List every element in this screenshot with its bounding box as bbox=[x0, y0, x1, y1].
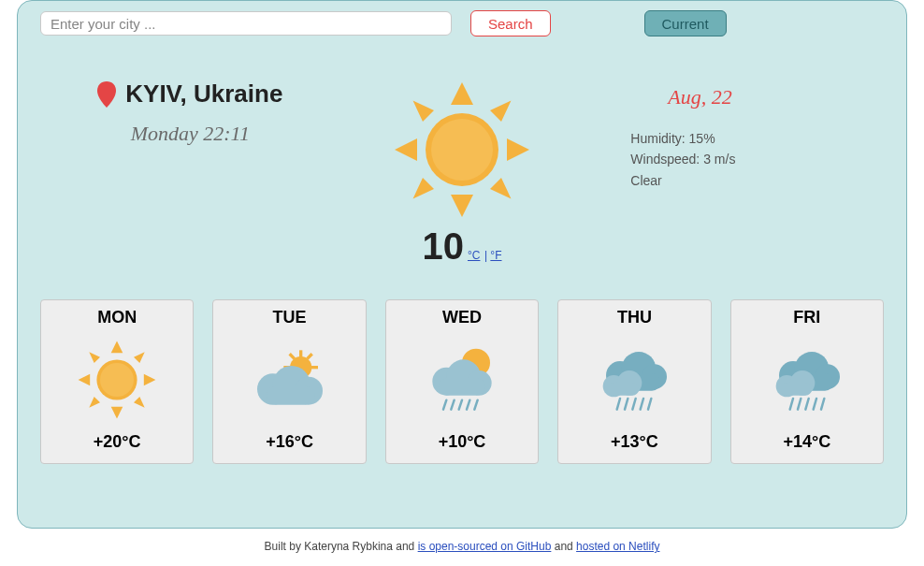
svg-line-50 bbox=[633, 399, 636, 410]
temperature-column: 10 °C | °F bbox=[322, 80, 603, 268]
sun-icon bbox=[41, 333, 193, 427]
svg-line-48 bbox=[617, 399, 620, 410]
svg-line-51 bbox=[641, 399, 643, 410]
svg-marker-0 bbox=[451, 82, 473, 105]
footer-text: Built by Kateryna Rybkina and bbox=[265, 540, 418, 553]
location-column: KYIV, Ukraine Monday 22:11 bbox=[40, 80, 322, 146]
svg-line-49 bbox=[625, 399, 628, 410]
svg-rect-21 bbox=[299, 350, 302, 357]
svg-rect-47 bbox=[608, 383, 639, 395]
svg-marker-14 bbox=[89, 352, 100, 363]
unit-celsius-link[interactable]: °C bbox=[468, 249, 480, 262]
forecast-day: WED +10°C bbox=[385, 299, 539, 464]
current-weather-icon bbox=[322, 80, 603, 220]
svg-marker-10 bbox=[111, 341, 123, 354]
svg-marker-15 bbox=[134, 352, 145, 363]
svg-marker-13 bbox=[144, 374, 156, 386]
forecast-day: THU + bbox=[557, 299, 711, 464]
svg-line-64 bbox=[821, 399, 824, 410]
svg-line-39 bbox=[467, 400, 469, 410]
unit-fahrenheit-link[interactable]: °F bbox=[490, 249, 501, 262]
forecast-day-name: WED bbox=[386, 308, 538, 327]
svg-point-19 bbox=[100, 363, 134, 397]
rain-icon bbox=[731, 333, 883, 427]
forecast-day-name: MON bbox=[41, 308, 193, 327]
city-name: KYIV, Ukraine bbox=[125, 80, 282, 109]
svg-marker-5 bbox=[490, 101, 512, 123]
svg-marker-7 bbox=[490, 178, 512, 199]
svg-line-63 bbox=[813, 399, 816, 410]
svg-rect-35 bbox=[439, 378, 485, 395]
svg-marker-11 bbox=[111, 407, 123, 419]
search-bar: Search Current bbox=[40, 10, 884, 42]
current-date: Aug, 22 bbox=[668, 85, 884, 109]
forecast-temp: +10°C bbox=[386, 432, 538, 452]
partly-cloudy-icon bbox=[213, 333, 365, 427]
svg-marker-17 bbox=[134, 397, 145, 408]
footer-text: and bbox=[555, 540, 576, 553]
current-weather-row: KYIV, Ukraine Monday 22:11 bbox=[40, 80, 884, 268]
condition-value: Clear bbox=[630, 170, 884, 191]
footer: Built by Kateryna Rybkina and is open-so… bbox=[0, 540, 924, 553]
local-datetime: Monday 22:11 bbox=[59, 122, 322, 146]
forecast-day: TUE bbox=[212, 299, 366, 464]
svg-marker-6 bbox=[412, 178, 434, 199]
github-link[interactable]: is open-sourced on GitHub bbox=[418, 540, 552, 553]
svg-line-62 bbox=[805, 399, 808, 410]
netlify-link[interactable]: hosted on Netlify bbox=[576, 540, 659, 553]
svg-marker-16 bbox=[89, 397, 100, 408]
details-column: Aug, 22 Humidity: 15% Windspeed: 3 m/s C… bbox=[602, 80, 884, 191]
forecast-day-name: FRI bbox=[731, 308, 883, 327]
city-input[interactable] bbox=[40, 11, 452, 36]
forecast-temp: +20°C bbox=[41, 432, 193, 452]
svg-line-37 bbox=[451, 400, 454, 410]
svg-rect-59 bbox=[780, 383, 811, 395]
temperature-value: 10 bbox=[422, 225, 464, 268]
svg-line-38 bbox=[459, 400, 462, 410]
svg-rect-24 bbox=[310, 366, 317, 369]
forecast-row: MON +20°C TUE bbox=[40, 299, 884, 464]
location-pin-icon bbox=[97, 81, 116, 108]
search-button[interactable]: Search bbox=[470, 10, 551, 36]
svg-line-40 bbox=[474, 400, 477, 410]
svg-marker-12 bbox=[79, 374, 91, 386]
windspeed-value: Windspeed: 3 m/s bbox=[630, 149, 884, 169]
svg-line-61 bbox=[798, 399, 801, 410]
weather-card: Search Current KYIV, Ukraine Monday 22:1… bbox=[17, 0, 907, 529]
rain-sun-icon bbox=[386, 333, 538, 427]
rain-icon bbox=[558, 333, 710, 427]
svg-marker-4 bbox=[412, 101, 434, 123]
svg-line-52 bbox=[648, 399, 651, 410]
svg-marker-2 bbox=[395, 138, 417, 161]
humidity-value: Humidity: 15% bbox=[630, 128, 884, 149]
forecast-temp: +13°C bbox=[558, 432, 710, 452]
forecast-day-name: THU bbox=[558, 308, 710, 327]
svg-marker-3 bbox=[507, 138, 529, 161]
svg-line-60 bbox=[789, 399, 792, 410]
svg-line-36 bbox=[443, 400, 446, 410]
svg-rect-30 bbox=[267, 386, 315, 405]
current-location-button[interactable]: Current bbox=[644, 10, 727, 36]
forecast-day: MON +20°C bbox=[40, 299, 194, 464]
forecast-day: FRI + bbox=[730, 299, 884, 464]
forecast-temp: +16°C bbox=[213, 432, 365, 452]
svg-marker-1 bbox=[451, 195, 473, 217]
forecast-day-name: TUE bbox=[213, 308, 365, 327]
forecast-temp: +14°C bbox=[731, 432, 883, 452]
svg-point-9 bbox=[431, 119, 493, 181]
